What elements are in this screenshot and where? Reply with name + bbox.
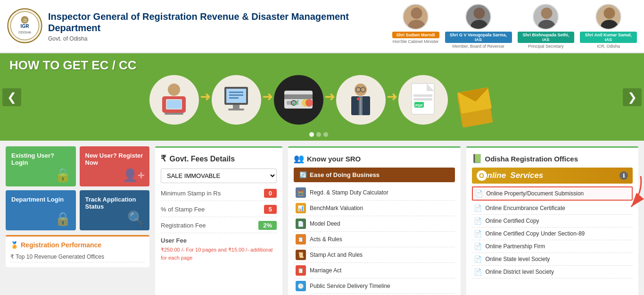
svg-rect-24 xyxy=(229,94,243,96)
banner-nav-left[interactable]: ❮ xyxy=(2,88,21,106)
reg-performance: 🏅 Registration Performance ₹ Top 10 Reve… xyxy=(6,235,149,267)
oreg-item-5[interactable]: 📄 Online State level Society xyxy=(472,253,633,266)
svg-point-12 xyxy=(603,8,615,19)
svg-rect-23 xyxy=(229,92,243,93)
header-subtitle: Govt. of Odisha xyxy=(48,35,392,42)
sro-item-6[interactable]: 🕒 Public Service Delivery Timeline xyxy=(294,278,455,294)
svg-rect-27 xyxy=(284,94,313,99)
svg-rect-35 xyxy=(357,98,359,100)
login-grid: Existing User? Login 🔒 New User? Registe… xyxy=(6,146,149,230)
svg-point-11 xyxy=(538,20,555,30)
oreg-item-3[interactable]: 📄 Online Certified Copy Under Section-89 xyxy=(472,228,633,240)
official-1: Shri Sudam Marndi Hon'ble Cabinet Minist… xyxy=(392,4,439,44)
official-4-badge: Shri Anil Kumar Samal, IAS xyxy=(580,32,637,43)
sro-item-2[interactable]: 📄 Model Deed xyxy=(294,216,455,232)
sro-item-0[interactable]: 🧮 Regd. & Stamp Duty Calculator xyxy=(294,185,455,201)
svg-rect-43 xyxy=(413,98,432,101)
banner-arrow-3: ➜ xyxy=(324,89,335,104)
sro-item-1[interactable]: 📊 BenchMark Valuation xyxy=(294,201,455,216)
banner-step-1 xyxy=(149,75,199,125)
banner-arrow-1: ➜ xyxy=(200,89,211,104)
svg-point-6 xyxy=(411,8,422,19)
oreg-item-0[interactable]: 📄 Online Property/Document Submission xyxy=(472,186,633,201)
banner-title: HOW TO GET EC / CC xyxy=(0,53,644,73)
svg-rect-42 xyxy=(413,94,432,97)
official-2-role: Member, Board of Revenue xyxy=(445,44,512,49)
svg-point-9 xyxy=(471,20,488,30)
red-arrow-annotation xyxy=(617,174,644,213)
main-content: Existing User? Login 🔒 New User? Registe… xyxy=(0,141,644,295)
sro-title: 👥 Know your SRO xyxy=(294,153,455,164)
fees-note: ₹250.00 /- For 10 pages and ₹15.00 /- ad… xyxy=(161,246,277,261)
banner-arrow-2: ➜ xyxy=(262,89,273,104)
svg-text:⚖: ⚖ xyxy=(23,18,27,23)
fees-row-pct: % of Stamp Fee 5 xyxy=(161,205,277,217)
oreg-item-4[interactable]: 📄 Online Partnership Firm xyxy=(472,240,633,253)
officials-container: Shri Sudam Marndi Hon'ble Cabinet Minist… xyxy=(392,4,637,49)
svg-rect-17 xyxy=(167,100,181,109)
svg-rect-25 xyxy=(229,97,239,99)
fees-row-stamp: Minimum Stamp in Rs 0 xyxy=(161,189,277,201)
fees-badge-reg: 2% xyxy=(258,221,277,230)
banner-step-4 xyxy=(336,75,386,125)
svg-point-14 xyxy=(168,84,180,96)
header-title-block: Inspector General of Registration Revenu… xyxy=(48,11,392,42)
oreg-item-2[interactable]: 📄 Online Certified Copy xyxy=(472,215,633,228)
fees-user-fee: User Fee ₹250.00 /- For 10 pages and ₹15… xyxy=(161,237,277,261)
banner: HOW TO GET EC / CC ➜ xyxy=(0,53,644,141)
know-sro-panel: 👥 Know your SRO 🔄 Ease of Doing Business… xyxy=(288,146,461,295)
official-1-badge: Shri Sudam Marndi xyxy=(392,32,439,38)
official-3-badge: Shri Bishnupada Sethi, IAS xyxy=(518,32,574,43)
svg-text:ODISHA: ODISHA xyxy=(18,31,31,34)
official-3-role: Principal Secretary xyxy=(518,44,574,49)
oreg-panel: 📗 Odisha Registration Offices Online Ser… xyxy=(466,146,639,295)
logo: IGR ODISHA ⚖ xyxy=(7,8,42,45)
svg-text:IGR: IGR xyxy=(21,24,30,29)
header-title: Inspector General of Registration Revenu… xyxy=(48,11,392,34)
banner-dots xyxy=(309,132,328,137)
department-login-card[interactable]: Department Login 🔒 xyxy=(6,190,76,230)
official-1-role: Hon'ble Cabinet Minister xyxy=(392,39,439,44)
svg-rect-18 xyxy=(165,113,183,115)
official-4-role: ICR, Odisha xyxy=(580,44,637,49)
fees-row-reg: Registration Fee 2% xyxy=(161,221,277,233)
svg-point-10 xyxy=(541,8,553,19)
fees-badge-pct: 5 xyxy=(264,205,277,214)
banner-nav-right[interactable]: ❯ xyxy=(623,88,642,106)
ease-bar[interactable]: 🔄 Ease of Doing Business xyxy=(294,168,455,182)
svg-point-8 xyxy=(474,8,485,19)
banner-arrow-4: ➜ xyxy=(387,89,397,104)
online-services-bar[interactable]: Online Services ℹ xyxy=(472,168,633,184)
banner-step-2 xyxy=(212,75,261,125)
svg-point-30 xyxy=(305,99,313,107)
official-3: Shri Bishnupada Sethi, IAS Principal Sec… xyxy=(518,4,574,49)
left-panel: Existing User? Login 🔒 New User? Registe… xyxy=(6,146,149,295)
oreg-title: 📗 Odisha Registration Offices xyxy=(472,153,633,164)
fees-select[interactable]: SALE IMMOVABLE GIFT LEASE MORTGAGE POWER… xyxy=(161,169,277,183)
svg-text:PDF: PDF xyxy=(415,103,423,108)
banner-step-3 xyxy=(274,75,323,125)
svg-point-7 xyxy=(408,20,425,30)
sro-item-3[interactable]: 📋 Acts & Rules xyxy=(294,232,455,247)
banner-step-5: PDF xyxy=(398,75,448,125)
sro-item-5[interactable]: 📋 Marriage Act xyxy=(294,263,455,278)
fees-title: ₹ Govt. Fees Details xyxy=(161,153,277,164)
official-2-badge: Shri G V Venugopala Sarma, IAS xyxy=(445,32,512,43)
reg-performance-item[interactable]: ₹ Top 10 Revenue Generated Offices xyxy=(10,252,145,262)
oreg-item-1[interactable]: 📄 Online Encumbrance Certificate xyxy=(472,202,633,215)
official-2: Shri G V Venugopala Sarma, IAS Member, B… xyxy=(445,4,512,49)
reg-performance-title: 🏅 Registration Performance xyxy=(10,241,145,249)
official-4: Shri Anil Kumar Samal, IAS ICR, Odisha xyxy=(580,4,637,49)
fees-badge-stamp: 0 xyxy=(264,189,277,198)
svg-rect-21 xyxy=(233,105,239,109)
sro-item-4[interactable]: 📜 Stamp Act and Rules xyxy=(294,247,455,263)
fees-panel: ₹ Govt. Fees Details SALE IMMOVABLE GIFT… xyxy=(155,146,282,295)
banner-envelope xyxy=(457,80,495,129)
oreg-item-6[interactable]: 📄 Online District level Society xyxy=(472,266,633,278)
svg-point-13 xyxy=(601,20,618,30)
existing-user-card[interactable]: Existing User? Login 🔒 xyxy=(6,146,76,186)
header: IGR ODISHA ⚖ Inspector General of Regist… xyxy=(0,0,644,53)
track-application-card[interactable]: Track Application Status 🔍 xyxy=(80,190,150,230)
svg-rect-22 xyxy=(228,109,244,110)
new-user-card[interactable]: New User? Register Now 👤+ xyxy=(80,146,150,186)
